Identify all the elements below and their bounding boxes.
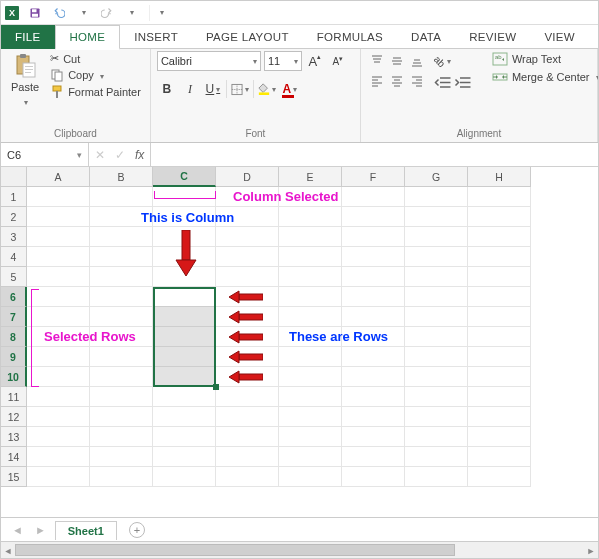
- cell[interactable]: [405, 427, 468, 447]
- enter-formula-button[interactable]: ✓: [115, 148, 125, 162]
- cell[interactable]: [216, 467, 279, 487]
- merge-center-button[interactable]: Merge & Center: [489, 69, 599, 85]
- font-name-combo[interactable]: Calibri▾: [157, 51, 261, 71]
- column-header[interactable]: B: [90, 167, 153, 187]
- cell[interactable]: [405, 287, 468, 307]
- tab-insert[interactable]: INSERT: [120, 25, 192, 49]
- cell[interactable]: [279, 307, 342, 327]
- formula-bar[interactable]: [151, 143, 598, 166]
- row-header[interactable]: 12: [1, 407, 27, 427]
- copy-button[interactable]: Copy: [47, 67, 144, 83]
- wrap-text-button[interactable]: ab Wrap Text: [489, 51, 599, 67]
- row-header[interactable]: 3: [1, 227, 27, 247]
- sheet-tab[interactable]: Sheet1: [55, 521, 117, 540]
- cell[interactable]: [216, 407, 279, 427]
- row-header[interactable]: 4: [1, 247, 27, 267]
- align-bottom-button[interactable]: [407, 51, 427, 71]
- name-box[interactable]: C6▾: [1, 143, 89, 166]
- cancel-formula-button[interactable]: ✕: [95, 148, 105, 162]
- cell[interactable]: [405, 267, 468, 287]
- column-header[interactable]: F: [342, 167, 405, 187]
- underline-button[interactable]: U: [203, 79, 223, 99]
- cell[interactable]: [153, 427, 216, 447]
- cell[interactable]: [342, 387, 405, 407]
- cell[interactable]: [468, 367, 531, 387]
- horizontal-scrollbar[interactable]: ◄ ►: [1, 541, 598, 558]
- cell[interactable]: [405, 327, 468, 347]
- cell[interactable]: [90, 387, 153, 407]
- tab-view[interactable]: VIEW: [530, 25, 589, 49]
- cell[interactable]: [468, 447, 531, 467]
- cell[interactable]: [468, 407, 531, 427]
- cell[interactable]: [153, 447, 216, 467]
- worksheet-grid[interactable]: ABCDEFGH 123456789101112131415 Column Se…: [1, 167, 598, 517]
- cell[interactable]: [153, 307, 216, 327]
- font-color-button[interactable]: A: [280, 79, 300, 99]
- scroll-left-button[interactable]: ◄: [1, 542, 15, 559]
- scroll-right-button[interactable]: ►: [584, 542, 598, 559]
- cell[interactable]: [405, 447, 468, 467]
- row-header[interactable]: 13: [1, 427, 27, 447]
- cell[interactable]: [90, 227, 153, 247]
- row-header[interactable]: 10: [1, 367, 27, 387]
- cell[interactable]: [153, 407, 216, 427]
- cell[interactable]: [342, 207, 405, 227]
- cell[interactable]: [90, 407, 153, 427]
- cell[interactable]: [27, 447, 90, 467]
- cell[interactable]: [342, 467, 405, 487]
- cell[interactable]: [468, 247, 531, 267]
- cell[interactable]: [27, 267, 90, 287]
- column-header[interactable]: H: [468, 167, 531, 187]
- cell[interactable]: [342, 247, 405, 267]
- row-header[interactable]: 14: [1, 447, 27, 467]
- row-header[interactable]: 2: [1, 207, 27, 227]
- undo-button[interactable]: [51, 5, 67, 21]
- paste-dropdown[interactable]: [22, 95, 28, 107]
- cell[interactable]: [153, 367, 216, 387]
- tab-file[interactable]: FILE: [1, 25, 55, 49]
- decrease-indent-button[interactable]: [433, 74, 453, 94]
- cell[interactable]: [405, 307, 468, 327]
- increase-indent-button[interactable]: [453, 74, 473, 94]
- cell[interactable]: [216, 447, 279, 467]
- sheet-nav-prev[interactable]: ◄: [9, 524, 26, 536]
- cell[interactable]: [27, 247, 90, 267]
- cell[interactable]: [90, 347, 153, 367]
- cell[interactable]: [90, 467, 153, 487]
- grow-font-button[interactable]: A▴: [305, 51, 325, 71]
- cell[interactable]: [27, 467, 90, 487]
- orientation-button[interactable]: ab: [433, 51, 453, 71]
- cell[interactable]: [468, 327, 531, 347]
- row-header[interactable]: 8: [1, 327, 27, 347]
- italic-button[interactable]: I: [180, 79, 200, 99]
- cell[interactable]: [405, 467, 468, 487]
- row-header[interactable]: 9: [1, 347, 27, 367]
- align-left-button[interactable]: [367, 71, 387, 91]
- cell[interactable]: [153, 287, 216, 307]
- cell[interactable]: [27, 427, 90, 447]
- tab-page-layout[interactable]: PAGE LAYOUT: [192, 25, 303, 49]
- cell[interactable]: [216, 387, 279, 407]
- cell[interactable]: [342, 367, 405, 387]
- cell[interactable]: [27, 387, 90, 407]
- cell[interactable]: [279, 427, 342, 447]
- cell[interactable]: [405, 407, 468, 427]
- cell[interactable]: [279, 247, 342, 267]
- cell[interactable]: [342, 287, 405, 307]
- cell[interactable]: [90, 247, 153, 267]
- align-middle-button[interactable]: [387, 51, 407, 71]
- align-center-button[interactable]: [387, 71, 407, 91]
- cut-button[interactable]: ✂ Cut: [47, 51, 144, 66]
- bold-button[interactable]: B: [157, 79, 177, 99]
- redo-button[interactable]: [99, 5, 115, 21]
- cell[interactable]: [468, 187, 531, 207]
- select-all-corner[interactable]: [1, 167, 27, 187]
- cell[interactable]: [279, 227, 342, 247]
- tab-review[interactable]: REVIEW: [455, 25, 530, 49]
- save-button[interactable]: [27, 5, 43, 21]
- cell[interactable]: [405, 387, 468, 407]
- format-painter-button[interactable]: Format Painter: [47, 84, 144, 100]
- cell[interactable]: [468, 427, 531, 447]
- cell[interactable]: [27, 187, 90, 207]
- cell[interactable]: [153, 467, 216, 487]
